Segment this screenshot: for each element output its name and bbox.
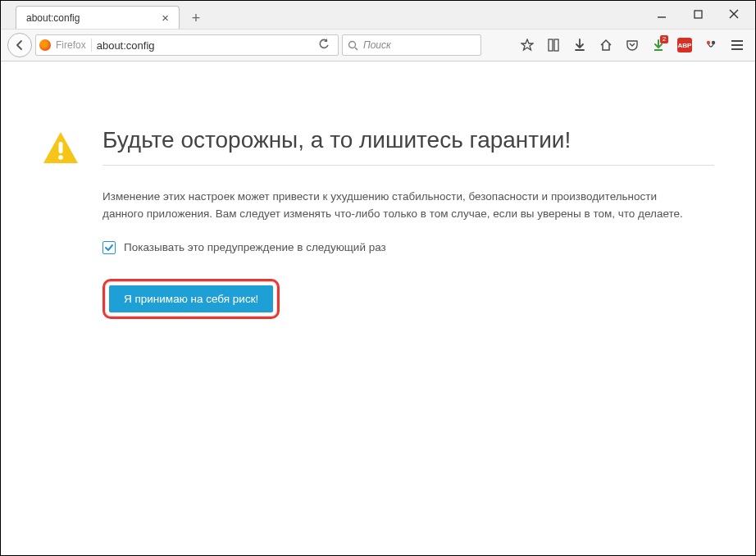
warning-body: Будьте осторожны, а то лишитесь гарантии… [102,127,714,319]
show-next-time-checkbox[interactable]: Показывать это предупреждение в следующи… [102,241,714,254]
about-config-warning: Будьте осторожны, а то лишитесь гарантии… [1,62,755,319]
extension-button[interactable] [699,34,722,57]
back-button[interactable] [7,33,32,57]
svg-rect-6 [549,39,553,51]
firefox-icon [39,39,51,51]
home-button[interactable] [594,34,617,57]
window-minimize-button[interactable] [644,2,680,25]
download-arrow-icon [574,39,585,52]
svg-rect-1 [695,11,702,18]
star-icon [521,39,534,52]
url-text: about:config [97,39,308,52]
hamburger-icon [731,39,744,51]
urlbar-separator [91,39,92,52]
arrow-left-icon [14,39,25,51]
browser-toolbar: Firefox about:config Поиск 2 ABP [1,29,755,62]
new-tab-button[interactable]: + [184,7,207,29]
list-icon [548,39,559,52]
search-placeholder: Поиск [363,39,391,51]
checkbox-checked-icon [102,241,116,254]
svg-point-10 [712,41,715,44]
pocket-button[interactable] [621,34,644,57]
tab-title: about:config [26,12,80,24]
home-icon [599,39,613,52]
close-icon [729,9,739,19]
downloads-button[interactable] [568,34,591,57]
browser-tab-active[interactable]: about:config × [16,6,180,29]
extension-icon [704,39,717,52]
search-icon [348,40,358,51]
svg-point-4 [349,41,356,48]
abp-icon: ABP [677,38,692,52]
app-menu-button[interactable] [726,34,749,57]
warning-title: Будьте осторожны, а то лишитесь гарантии… [102,127,714,166]
url-bar[interactable]: Firefox about:config [35,34,339,56]
window-close-button[interactable] [716,2,752,25]
window-titlebar: about:config × + [1,1,755,29]
identity-label: Firefox [56,39,86,51]
bookmark-star-button[interactable] [516,34,539,57]
reload-button[interactable] [313,39,335,52]
tab-strip: about:config × + [16,4,207,29]
download-count-badge: 2 [660,35,668,43]
pocket-icon [626,39,639,52]
search-box[interactable]: Поиск [342,34,481,56]
svg-rect-8 [654,49,663,51]
accept-button-highlight: Я принимаю на себя риск! [102,279,280,319]
warning-triangle-icon [42,130,80,167]
close-tab-icon[interactable]: × [158,11,172,25]
svg-point-9 [707,41,710,44]
minimize-icon [657,9,667,19]
maximize-icon [694,10,703,19]
warning-text: Изменение этих настроек может привести к… [102,189,693,223]
checkbox-label: Показывать это предупреждение в следующи… [124,241,386,253]
svg-rect-7 [554,39,558,51]
svg-line-5 [355,48,358,50]
svg-rect-14 [59,142,63,153]
adblock-button[interactable]: ABP [673,34,696,57]
reading-list-button[interactable] [542,34,565,57]
reload-icon [318,39,330,50]
svg-point-15 [58,155,63,160]
download-manager-button[interactable]: 2 [647,34,670,57]
accept-risk-button[interactable]: Я принимаю на себя риск! [109,285,273,312]
window-maximize-button[interactable] [680,2,716,25]
